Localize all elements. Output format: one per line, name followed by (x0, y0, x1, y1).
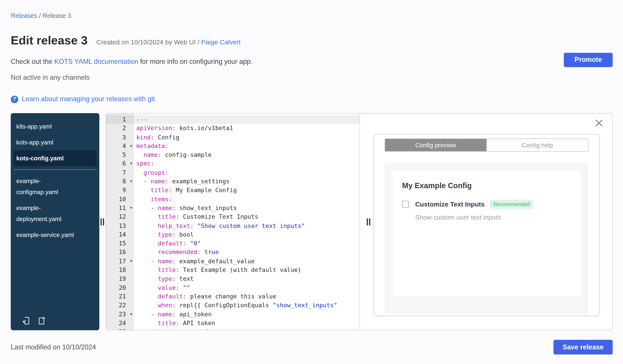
code-line-1[interactable]: --- (134, 115, 360, 124)
customize-text-inputs-checkbox[interactable] (402, 201, 409, 208)
code-line-14[interactable]: type: bool (134, 230, 360, 239)
line-number: 17 (119, 258, 126, 265)
file-item-kots-config-yaml[interactable]: kots-config.yaml (14, 150, 97, 166)
code-line-22[interactable]: when: repl{{ ConfigOptionEquals "show_te… (134, 301, 360, 310)
gutter-line-25[interactable]: 25 (106, 327, 134, 330)
code-token: --- (136, 116, 147, 123)
code-line-9[interactable]: title: My Example Config (134, 186, 360, 195)
gutter-line-23[interactable]: 23▾ (106, 310, 134, 319)
code-line-11[interactable]: - name: show_text_inputs (134, 204, 360, 212)
config-item-row: Customize Text Inputs Recommended (402, 200, 571, 209)
promote-button[interactable]: Promote (564, 53, 613, 67)
gutter-line-18[interactable]: 18 (106, 265, 134, 274)
gutter-line-4[interactable]: 4▾ (106, 142, 134, 150)
code-line-16[interactable]: recommended: true (134, 248, 360, 257)
right-resize-handle[interactable] (367, 218, 370, 225)
fold-toggle-icon[interactable]: ▾ (130, 142, 133, 150)
code-line-19[interactable]: type: text (134, 274, 360, 283)
gutter-line-6[interactable]: 6▾ (106, 160, 134, 168)
code-line-18[interactable]: title: Text Example (with default value) (134, 265, 360, 274)
git-releases-link[interactable]: Learn about managing your releases with … (22, 95, 155, 104)
gutter-line-5[interactable]: 5 (106, 150, 134, 159)
code-line-6[interactable]: spec: (134, 160, 360, 168)
gutter-line-8[interactable]: 8▾ (106, 177, 134, 186)
tab-config-preview[interactable]: Config preview (385, 139, 487, 151)
file-item-k8s-app-yaml[interactable]: k8s-app.yaml (14, 119, 97, 135)
code-line-5[interactable]: name: config-sample (134, 150, 360, 159)
file-item-example-deployment-yaml[interactable]: example-deployment.yaml (14, 200, 97, 227)
code-token: true (204, 249, 219, 256)
gutter-line-2[interactable]: 2 (106, 124, 134, 133)
code-token: title: (136, 213, 179, 221)
upload-file-icon[interactable] (22, 316, 31, 325)
fold-toggle-icon[interactable]: ▾ (130, 204, 133, 212)
new-file-icon[interactable] (37, 316, 46, 325)
gutter-line-1[interactable]: 1 (106, 115, 134, 124)
gutter-line-10[interactable]: 10 (106, 195, 134, 204)
gutter-line-15[interactable]: 15 (106, 239, 134, 248)
gutter-line-13[interactable]: 13 (106, 221, 134, 230)
save-release-button[interactable]: Save release (553, 340, 613, 354)
line-number: 14 (119, 231, 126, 238)
code-line-25[interactable]: type: password (134, 327, 360, 330)
left-resize-handle[interactable] (101, 218, 104, 225)
gutter-line-11[interactable]: 11▾ (106, 204, 134, 212)
code-line-20[interactable]: value: "" (134, 283, 360, 292)
close-icon[interactable]: × (594, 116, 604, 129)
code-line-15[interactable]: default: "0" (134, 239, 360, 248)
code-line-17[interactable]: - name: example_default_value (134, 257, 360, 265)
gutter-line-20[interactable]: 20 (106, 283, 134, 292)
line-number: 22 (119, 302, 126, 309)
code-token: repl{{ ConfigOptionEquals (176, 302, 273, 309)
gutter-line-17[interactable]: 17▾ (106, 257, 134, 265)
gutter-line-22[interactable]: 22 (106, 301, 134, 310)
code-token: "Show custom user text inputs" (197, 222, 305, 229)
code-token: API token (179, 319, 215, 326)
gutter-line-14[interactable]: 14 (106, 230, 134, 239)
line-number: 16 (119, 249, 126, 256)
code-line-3[interactable]: kind: Config (134, 133, 360, 142)
gutter-line-21[interactable]: 21 (106, 292, 134, 301)
tab-config-help[interactable]: Config help (487, 139, 588, 151)
code-line-10[interactable]: items: (134, 195, 360, 204)
file-item-example-service-yaml[interactable]: example-service.yaml (14, 227, 97, 243)
gutter-line-3[interactable]: 3 (106, 133, 134, 142)
code-line-21[interactable]: default: please change this value (134, 292, 360, 301)
fold-toggle-icon[interactable]: ▾ (130, 257, 133, 265)
line-number: 1 (122, 116, 126, 123)
line-number: 7 (122, 169, 126, 176)
line-number: 25 (119, 328, 126, 330)
kots-yaml-docs-link[interactable]: KOTS YAML documentation (54, 58, 138, 65)
preview-tab-toggle: Config preview Config help (385, 139, 588, 152)
gutter-line-16[interactable]: 16 (106, 248, 134, 257)
code-line-24[interactable]: title: API token (134, 319, 360, 327)
code-line-12[interactable]: title: Customize Text Inputs (134, 212, 360, 221)
fold-toggle-icon[interactable]: ▾ (130, 177, 133, 186)
code-line-8[interactable]: - name: example_settings (134, 177, 360, 186)
line-number: 18 (119, 266, 126, 273)
code-token: metadata: (136, 142, 168, 150)
gutter-line-12[interactable]: 12 (106, 212, 134, 221)
fold-toggle-icon[interactable]: ▾ (130, 310, 133, 319)
author-link[interactable]: Paige Calvert (201, 39, 241, 45)
file-item-example-configmap-yaml[interactable]: example-configmap.yaml (14, 173, 97, 200)
code-line-4[interactable]: metadata: (134, 142, 360, 150)
yaml-editor[interactable]: 1234▾56▾78▾91011▾121314151617▾1819202122… (106, 114, 360, 330)
breadcrumb-releases-link[interactable]: Releases (11, 12, 37, 19)
file-item-kots-app-yaml[interactable]: kots-app.yaml (14, 135, 97, 150)
gutter-line-19[interactable]: 19 (106, 274, 134, 283)
code-line-2[interactable]: apiVersion: kots.io/v1beta1 (134, 124, 360, 133)
gutter-line-7[interactable]: 7 (106, 168, 134, 177)
line-number: 3 (122, 134, 126, 141)
config-preview-pane: × Config preview Config help My Example … (360, 114, 612, 330)
code-line-7[interactable]: groups: (134, 168, 360, 177)
fold-toggle-icon[interactable]: ▾ (130, 160, 133, 168)
gutter-line-9[interactable]: 9 (106, 186, 134, 195)
file-sidebar: k8s-app.yamlkots-app.yamlkots-config.yam… (11, 113, 99, 330)
channel-status: Not active in any channels (11, 73, 613, 82)
code-line-23[interactable]: - name: api_token (134, 310, 360, 319)
git-help-row: ? Learn about managing your releases wit… (11, 95, 155, 104)
gutter-line-24[interactable]: 24 (106, 319, 134, 327)
code-line-13[interactable]: help_text: "Show custom user text inputs… (134, 221, 360, 230)
editor-code-area[interactable]: ---apiVersion: kots.io/v1beta1kind: Conf… (134, 114, 360, 330)
